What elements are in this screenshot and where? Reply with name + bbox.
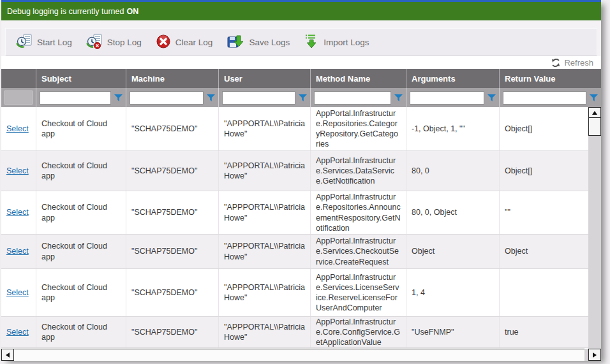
arguments-cell: 1, 4	[406, 269, 500, 316]
method-name-cell: AppPortal.Infrastructure.Core.ConfigServ…	[311, 317, 406, 347]
scroll-left-button[interactable]	[1, 349, 14, 361]
import-logs-icon	[304, 34, 319, 51]
debug-log-window: Debug logging is currently turned ON Sta…	[1, 0, 601, 361]
filter-input-method-name[interactable]	[314, 91, 391, 105]
select-cell: Select	[1, 191, 36, 234]
filter-input-return-value[interactable]	[503, 91, 586, 105]
select-link[interactable]: Select	[6, 288, 29, 298]
clear-log-button[interactable]: Clear Log	[151, 29, 222, 55]
horizontal-scrollbar[interactable]	[1, 349, 601, 361]
filter-funnel-icon[interactable]	[394, 94, 403, 101]
return-value-cell: Object[]	[500, 107, 588, 150]
arguments-cell: 80, 0, Object	[406, 191, 500, 234]
stop-log-button[interactable]: Stop Log	[81, 29, 151, 55]
table-row: Select Checkout of Cloud app "SCHAP75DEM…	[1, 191, 588, 235]
filter-funnel-icon[interactable]	[114, 94, 123, 101]
save-logs-button[interactable]: Save Logs	[221, 29, 299, 55]
select-cell: Select	[1, 235, 36, 268]
user-cell: "APPPORTAL\\PatriciaHowe"	[219, 151, 311, 191]
select-link[interactable]: Select	[6, 166, 29, 176]
subject-cell: Checkout of Cloud app	[36, 191, 126, 234]
refresh-strip: Refresh	[1, 56, 601, 69]
filter-cell-empty	[1, 88, 36, 107]
method-name-cell: AppPortal.Infrastructure.Repositories.Ca…	[311, 107, 406, 150]
header-subject: Subject	[36, 69, 126, 88]
user-cell: "APPPORTAL\\PatriciaHowe"	[219, 107, 311, 150]
import-logs-button[interactable]: Import Logs	[299, 29, 378, 55]
table-row: Select Checkout of Cloud app "SCHAP75DEM…	[1, 317, 588, 348]
user-cell: "APPPORTAL\\PatriciaHowe"	[219, 235, 311, 268]
header-select	[1, 69, 36, 88]
subject-cell: Checkout of Cloud app	[36, 317, 126, 347]
user-cell: "APPPORTAL\\PatriciaHowe"	[219, 317, 311, 347]
method-name-cell: AppPortal.Infrastructure.Services.Licens…	[311, 269, 406, 316]
filter-cell-user	[219, 88, 311, 107]
return-value-cell: Object[]	[500, 151, 588, 191]
toolbar: Start Log Stop Log	[5, 28, 597, 56]
select-cell: Select	[1, 107, 36, 150]
save-logs-icon	[227, 34, 244, 51]
filter-input-machine[interactable]	[130, 91, 204, 105]
select-cell: Select	[1, 269, 36, 316]
filter-funnel-icon[interactable]	[487, 94, 496, 101]
scroll-up-button[interactable]	[588, 107, 601, 118]
refresh-button[interactable]: Refresh	[564, 58, 593, 68]
user-cell: "APPPORTAL\\PatriciaHowe"	[219, 191, 311, 234]
method-name-cell: AppPortal.Infrastructure.Repositories.An…	[311, 191, 406, 234]
import-logs-label: Import Logs	[324, 38, 369, 47]
scroll-right-button[interactable]	[588, 349, 601, 361]
header-method-name: Method Name	[311, 69, 406, 88]
arguments-cell: -1, Object, 1, ""	[406, 107, 500, 150]
machine-cell: "SCHAP75DEMO"	[126, 269, 219, 316]
filter-cell-machine	[126, 88, 219, 107]
filter-input-subject[interactable]	[40, 91, 111, 105]
status-state: ON	[126, 7, 138, 16]
log-grid: Subject Machine User Method Name Argumen…	[1, 69, 601, 361]
subject-cell: Checkout of Cloud app	[36, 269, 126, 316]
subject-cell: Checkout of Cloud app	[36, 107, 126, 150]
return-value-cell: true	[500, 317, 588, 347]
save-logs-label: Save Logs	[249, 38, 290, 47]
filter-input-arguments[interactable]	[410, 91, 484, 105]
up-arrow-icon	[592, 111, 597, 115]
table-row: Select Checkout of Cloud app "SCHAP75DEM…	[1, 151, 588, 191]
stop-log-label: Stop Log	[107, 38, 142, 47]
header-machine: Machine	[126, 69, 219, 88]
filter-funnel-icon[interactable]	[299, 94, 307, 101]
stop-log-icon	[86, 34, 103, 51]
method-name-cell: AppPortal.Infrastructure.Services.Checko…	[311, 235, 406, 268]
select-link[interactable]: Select	[6, 327, 29, 337]
refresh-icon[interactable]	[551, 59, 560, 67]
header-user: User	[219, 69, 311, 88]
machine-cell: "SCHAP75DEMO"	[126, 191, 219, 234]
filter-funnel-icon[interactable]	[207, 94, 215, 101]
filter-funnel-icon[interactable]	[590, 94, 598, 101]
select-link[interactable]: Select	[6, 207, 29, 217]
status-bar: Debug logging is currently turned ON	[1, 2, 601, 20]
machine-cell: "SCHAP75DEMO"	[126, 151, 219, 191]
table-row: Select Checkout of Cloud app "SCHAP75DEM…	[1, 107, 588, 151]
vertical-scroll-thumb[interactable]	[588, 118, 601, 136]
table-body: Select Checkout of Cloud app "SCHAP75DEM…	[1, 107, 588, 349]
filter-cell-arguments	[406, 88, 500, 107]
start-log-icon	[16, 34, 33, 51]
machine-cell: "SCHAP75DEMO"	[126, 235, 219, 268]
user-cell: "APPPORTAL\\PatriciaHowe"	[219, 269, 311, 316]
status-message: Debug logging is currently turned	[7, 7, 124, 16]
select-link[interactable]: Select	[6, 124, 29, 134]
subject-cell: Checkout of Cloud app	[36, 151, 126, 191]
horizontal-scroll-thumb[interactable]	[14, 349, 584, 361]
machine-cell: "SCHAP75DEMO"	[126, 317, 219, 347]
return-value-cell: ""	[500, 191, 588, 234]
arguments-cell: Object	[406, 235, 500, 268]
start-log-button[interactable]: Start Log	[11, 29, 81, 55]
left-arrow-icon	[6, 353, 10, 358]
vertical-scrollbar[interactable]	[588, 107, 601, 349]
machine-cell: "SCHAP75DEMO"	[126, 107, 219, 150]
select-link[interactable]: Select	[6, 246, 29, 256]
grid-header: Subject Machine User Method Name Argumen…	[1, 69, 601, 88]
filter-row	[1, 88, 601, 107]
start-log-label: Start Log	[37, 38, 72, 47]
filter-input-user[interactable]	[222, 91, 295, 105]
table-row: Select Checkout of Cloud app "SCHAP75DEM…	[1, 269, 588, 317]
